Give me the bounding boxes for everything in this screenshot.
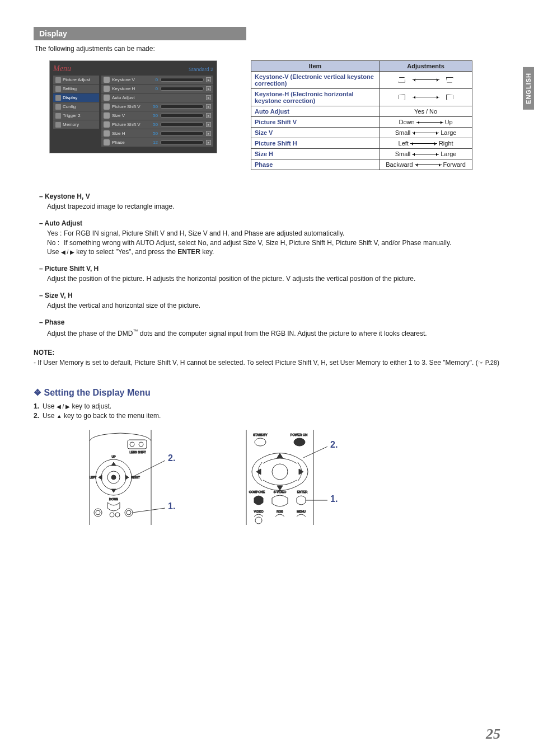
svg-text:COMPONE: COMPONE (249, 490, 265, 494)
menu-right-row: Size H50▸ (101, 129, 213, 138)
table-row: Size HSmall Large (251, 149, 472, 159)
table-row: Keystone-V (Electronic vertical keystone… (251, 72, 472, 89)
svg-point-20 (94, 509, 102, 516)
svg-point-5 (130, 442, 134, 447)
svg-point-23 (127, 510, 131, 515)
svg-marker-37 (256, 469, 261, 475)
page-number: 25 (486, 726, 500, 743)
svg-text:S-VIDEO: S-VIDEO (274, 490, 287, 494)
no-label: No : (47, 238, 64, 248)
svg-point-6 (139, 442, 143, 447)
svg-point-11 (111, 475, 116, 480)
table-row: Size VSmall Large (251, 128, 472, 138)
table-header-adjustments: Adjustments (380, 61, 472, 72)
menu-left-item: Memory (53, 120, 99, 129)
svg-marker-16 (111, 462, 116, 466)
callout-2: 2. (168, 453, 175, 463)
yes-body: For RGB IN signal, Picture Shift V and H… (64, 229, 344, 238)
menu-left-item: Setting (53, 84, 99, 93)
table-row: Picture Shift VDown Up (251, 117, 472, 128)
svg-text:POWER ON: POWER ON (291, 433, 308, 436)
desc-picture-shift-title: Picture Shift V, H (39, 265, 500, 273)
table-row: Keystone-H (Electronic horizontal keysto… (251, 89, 472, 106)
setting-heading: Setting the Display Menu (34, 387, 500, 398)
svg-point-24 (110, 513, 114, 517)
svg-point-30 (255, 438, 266, 446)
svg-marker-17 (111, 489, 116, 492)
svg-point-25 (115, 513, 120, 517)
svg-text:DOWN: DOWN (109, 497, 118, 501)
table-row: Auto AdjustYes / No (251, 106, 472, 117)
left-right-arrow-icon: ◀ / ▶ (61, 249, 74, 255)
menu-right-row: Keystone H0▸ (101, 84, 213, 93)
reference-icon: ☞ P.28 (478, 359, 497, 366)
osd-menu-screenshot: Menu Standard 2 Picture AdjustSettingDis… (49, 60, 217, 153)
intro-text: The following adjustments can be made: (35, 45, 500, 53)
svg-point-34 (272, 464, 288, 480)
svg-text:STANDBY: STANDBY (253, 433, 268, 436)
desc-picture-shift-body: Adjust the position of the picture. H ad… (47, 274, 500, 284)
svg-text:RGB: RGB (277, 510, 283, 513)
desc-phase-title: Phase (39, 318, 500, 326)
use-line: Use ◀ / ▶ key to select "Yes", and press… (47, 247, 500, 257)
menu-left-column: Picture AdjustSettingDisplayConfigTrigge… (53, 76, 99, 147)
svg-text:VIDEO: VIDEO (254, 510, 264, 513)
menu-right-row: Picture Shift V50▸ (101, 102, 213, 111)
svg-point-22 (125, 509, 133, 516)
menu-left-item: Trigger 2 (53, 111, 99, 120)
no-body: If something wrong with AUTO Adjust, sel… (64, 238, 451, 248)
desc-size-body: Adjust the vertical and horizontal size … (47, 301, 500, 311)
menu-left-item: Config (53, 102, 99, 111)
svg-marker-18 (99, 475, 102, 480)
svg-text:ENTER: ENTER (297, 490, 308, 494)
svg-text:LENS SHIFT: LENS SHIFT (130, 450, 146, 454)
up-arrow-icon: ▲ (57, 413, 62, 419)
projector-panel-diagram: LENS SHIFT UP DOWN LEFT RIGHT (56, 430, 185, 525)
menu-title: Menu (53, 64, 71, 73)
svg-text:UP: UP (112, 455, 116, 458)
table-header-item: Item (251, 61, 380, 72)
note-body: - If User Memory is set to default, Pict… (34, 358, 500, 368)
table-row: Picture Shift HLeft Right (251, 138, 472, 149)
menu-right-column: Keystone V0▸Keystone H0▸Auto Adjust▸Pict… (101, 76, 213, 147)
menu-right-row: Phase12▸ (101, 138, 213, 147)
svg-line-26 (132, 461, 165, 477)
svg-marker-38 (299, 469, 303, 475)
step-1: 1.Use ◀ / ▶ key to adjust. (34, 402, 500, 410)
menu-right-row: Auto Adjust▸ (101, 93, 213, 102)
table-row: PhaseBackward Forward (251, 159, 472, 170)
menu-right-row: Size V50▸ (101, 111, 213, 120)
menu-left-item: Display (53, 93, 99, 102)
step-2: 2.Use ▲ key to go back to the menu item. (34, 412, 500, 420)
left-right-arrow-icon: ◀ / ▶ (57, 403, 70, 410)
note-label: NOTE: (34, 349, 500, 356)
remote-control-diagram: STANDBY POWER ON COMPONE S-VIDEO (229, 430, 347, 525)
menu-right-row: Keystone V0▸ (101, 76, 213, 84)
desc-phase-body: Adjust the phase of the DMD™ dots and th… (47, 328, 500, 339)
svg-point-21 (96, 510, 100, 515)
svg-marker-36 (277, 486, 283, 490)
callout-1: 1. (168, 501, 175, 511)
svg-point-31 (294, 438, 305, 446)
desc-keystone-title: Keystone H, V (39, 192, 500, 200)
menu-left-item: Picture Adjust (53, 76, 99, 84)
yes-label: Yes : (47, 229, 64, 238)
svg-line-46 (303, 447, 327, 458)
callout-2-remote: 2. (330, 440, 338, 450)
svg-point-42 (255, 517, 262, 524)
svg-rect-4 (128, 440, 147, 449)
desc-auto-adjust-title: Auto Adjust (39, 219, 500, 227)
callout-1-remote: 1. (330, 494, 338, 504)
svg-marker-19 (125, 475, 129, 480)
menu-right-row: Picture Shift V50▸ (101, 120, 213, 129)
desc-keystone-body: Adjust trapezoid image to rectangle imag… (47, 202, 500, 212)
svg-line-27 (133, 508, 165, 513)
desc-size-title: Size V, H (39, 292, 500, 299)
svg-marker-35 (277, 453, 283, 458)
svg-text:RIGHT: RIGHT (131, 476, 140, 479)
section-header: Display (34, 27, 246, 40)
svg-text:LEFT: LEFT (90, 476, 96, 479)
menu-standard-label: Standard 2 (189, 67, 213, 72)
language-tab: ENGLISH (523, 67, 534, 110)
adjustments-table: Item Adjustments Keystone-V (Electronic … (251, 60, 472, 170)
